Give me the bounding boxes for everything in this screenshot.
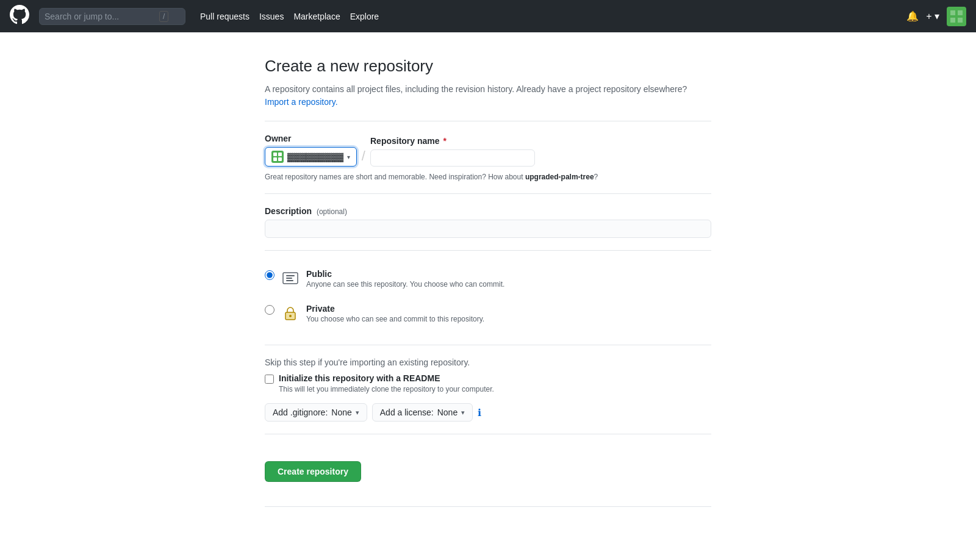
svg-rect-6 xyxy=(278,153,282,156)
description-input[interactable] xyxy=(265,220,711,238)
repo-name-input[interactable] xyxy=(370,149,535,167)
issues-link[interactable]: Issues xyxy=(259,12,284,21)
svg-rect-2 xyxy=(958,10,963,15)
gitignore-arrow-icon: ▾ xyxy=(356,409,359,417)
pull-requests-link[interactable]: Pull requests xyxy=(200,12,249,21)
dropdown-row: Add .gitignore: None ▾ Add a license: No… xyxy=(265,403,711,422)
repo-name-group: Repository name * xyxy=(370,136,535,167)
public-radio[interactable] xyxy=(265,270,274,280)
page-subtitle: A repository contains all project files,… xyxy=(265,83,711,109)
divider-init xyxy=(265,345,711,345)
public-text: Public Anyone can see this repository. Y… xyxy=(306,269,504,289)
import-repository-link[interactable]: Import a repository. xyxy=(265,97,338,107)
svg-rect-7 xyxy=(273,157,277,161)
name-hint: Great repository names are short and mem… xyxy=(265,173,711,181)
owner-dropdown-arrow: ▾ xyxy=(347,154,350,160)
divider-top xyxy=(265,121,711,121)
nav-links: Pull requests Issues Marketplace Explore xyxy=(200,12,379,21)
user-avatar-button[interactable] xyxy=(947,7,966,26)
description-label: Description (optional) xyxy=(265,206,711,216)
gitignore-label: Add .gitignore: xyxy=(273,407,328,417)
license-value: None xyxy=(437,407,458,417)
owner-name-text: ▓▓▓▓▓▓▓▓▓ xyxy=(287,152,343,162)
gitignore-dropdown[interactable]: Add .gitignore: None ▾ xyxy=(265,403,367,422)
repo-name-label: Repository name * xyxy=(370,136,535,146)
explore-link[interactable]: Explore xyxy=(350,12,379,21)
gitignore-value: None xyxy=(331,407,351,417)
main-content: Create a new repository A repository con… xyxy=(0,32,976,560)
owner-avatar xyxy=(271,151,284,163)
owner-label: Owner xyxy=(265,134,357,143)
svg-rect-8 xyxy=(278,157,282,161)
search-bar[interactable]: / xyxy=(39,8,185,25)
marketplace-link[interactable]: Marketplace xyxy=(293,12,340,21)
private-icon xyxy=(281,304,300,326)
init-section: Skip this step if you're importing an ex… xyxy=(265,357,711,422)
private-option: Private You choose who can see and commi… xyxy=(265,298,711,332)
skip-text: Skip this step if you're importing an ex… xyxy=(265,357,711,367)
svg-rect-4 xyxy=(958,18,963,23)
svg-rect-0 xyxy=(947,7,966,26)
private-radio-col xyxy=(265,304,274,317)
nav-right: 🔔 + ▾ xyxy=(906,7,966,26)
license-info-icon[interactable]: ℹ xyxy=(478,407,481,418)
slash-key: / xyxy=(159,11,168,22)
navbar: / Pull requests Issues Marketplace Explo… xyxy=(0,0,976,32)
public-radio-col xyxy=(265,269,274,282)
readme-checkbox-row: Initialize this repository with a README… xyxy=(265,373,711,393)
public-option: Public Anyone can see this repository. Y… xyxy=(265,263,711,298)
svg-rect-11 xyxy=(286,278,292,279)
optional-label: (optional) xyxy=(317,207,347,216)
description-group: Description (optional) xyxy=(265,206,711,238)
readme-checkbox[interactable] xyxy=(265,375,274,384)
owner-dropdown[interactable]: ▓▓▓▓▓▓▓▓▓ ▾ xyxy=(265,147,357,167)
divider-visibility xyxy=(265,250,711,251)
owner-group: Owner ▓▓▓▓▓▓▓▓▓ ▾ xyxy=(265,134,357,167)
public-icon xyxy=(281,269,300,292)
suggestion-text: upgraded-palm-tree xyxy=(525,173,594,181)
license-dropdown[interactable]: Add a license: None ▾ xyxy=(372,403,473,422)
svg-rect-3 xyxy=(950,18,955,23)
license-label: Add a license: xyxy=(380,407,434,417)
divider-create xyxy=(265,434,711,434)
private-radio[interactable] xyxy=(265,305,274,315)
create-repository-button[interactable]: Create repository xyxy=(265,461,361,482)
github-logo-icon[interactable] xyxy=(10,5,29,28)
new-menu-button[interactable]: + ▾ xyxy=(926,10,939,22)
page-title: Create a new repository xyxy=(265,57,711,76)
svg-rect-12 xyxy=(286,280,293,281)
owner-repo-row: Owner ▓▓▓▓▓▓▓▓▓ ▾ / xyxy=(265,134,711,167)
private-text: Private You choose who can see and commi… xyxy=(306,304,484,323)
svg-rect-1 xyxy=(950,10,955,15)
notifications-button[interactable]: 🔔 xyxy=(906,10,919,22)
required-indicator: * xyxy=(441,136,447,146)
slash-separator: / xyxy=(362,148,365,167)
form-container: Create a new repository A repository con… xyxy=(250,32,726,556)
readme-text: Initialize this repository with a README… xyxy=(279,373,494,393)
search-input[interactable] xyxy=(45,12,154,21)
svg-rect-10 xyxy=(286,275,295,276)
svg-point-14 xyxy=(289,315,292,317)
license-arrow-icon: ▾ xyxy=(461,409,465,417)
divider-description xyxy=(265,193,711,194)
visibility-section: Public Anyone can see this repository. Y… xyxy=(265,263,711,332)
svg-rect-5 xyxy=(273,153,277,156)
divider-bottom xyxy=(265,506,711,507)
